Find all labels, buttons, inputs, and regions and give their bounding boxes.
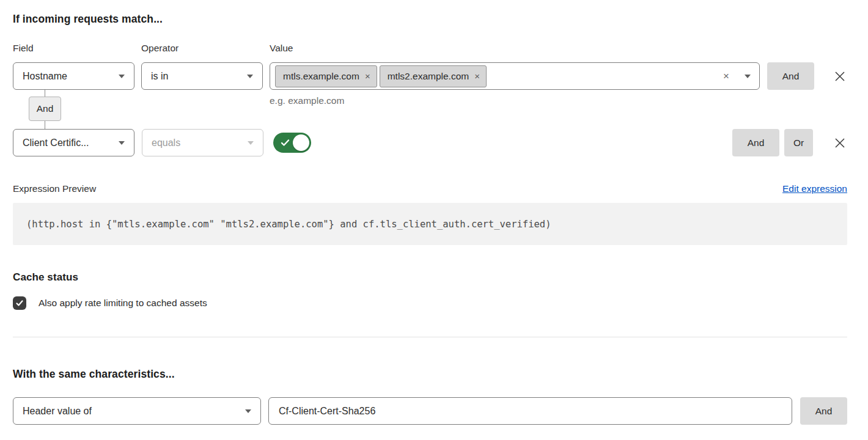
connector-line-top	[45, 90, 45, 97]
chevron-down-icon	[247, 75, 253, 78]
toggle-knob	[293, 134, 309, 151]
value-column: mtls.example.com × mtls2.example.com × ×…	[270, 62, 760, 106]
cached-assets-checkbox-checked[interactable]	[13, 296, 26, 310]
rule-builder-page: If incoming requests match... Field Oper…	[0, 0, 868, 425]
characteristic-select[interactable]: Header value of	[13, 397, 261, 425]
cache-status-title: Cache status	[13, 271, 847, 284]
operator-column-label: Operator	[141, 43, 263, 54]
operator-select-row2-value: equals	[152, 138, 180, 148]
check-icon	[15, 299, 24, 307]
cert-verified-toggle-on[interactable]	[273, 133, 311, 153]
value-tag: mtls2.example.com ×	[380, 65, 487, 87]
characteristic-select-value: Header value of	[23, 406, 92, 417]
chevron-down-icon	[245, 409, 251, 413]
match-section-title: If incoming requests match...	[13, 13, 847, 26]
remove-condition-row1[interactable]	[833, 62, 847, 90]
expression-preview-header: Expression Preview Edit expression	[13, 183, 847, 194]
characteristics-row: Header value of And	[13, 397, 847, 425]
operator-select-row1[interactable]: is in	[141, 62, 263, 90]
chevron-down-icon	[119, 75, 125, 78]
value-helper-text: e.g. example.com	[270, 96, 760, 106]
tag-remove-icon[interactable]: ×	[474, 72, 480, 81]
connector-and-toggle[interactable]: And	[29, 97, 61, 121]
clear-values-icon[interactable]: ×	[723, 71, 729, 81]
header-name-input[interactable]	[268, 397, 792, 425]
edit-expression-link[interactable]: Edit expression	[782, 183, 847, 194]
value-multiselect-input[interactable]: mtls.example.com × mtls2.example.com × ×	[270, 62, 760, 90]
expression-preview-label: Expression Preview	[13, 183, 96, 194]
operator-select-row2-disabled: equals	[142, 129, 263, 156]
chevron-down-icon	[119, 141, 125, 145]
remove-condition-row2[interactable]	[833, 129, 847, 156]
field-column-label: Field	[13, 43, 134, 54]
value-tag-text: mtls.example.com	[283, 71, 359, 82]
field-select-row1-value: Hostname	[23, 71, 67, 82]
field-select-row2[interactable]: Client Certific...	[13, 129, 134, 156]
value-column-label: Value	[270, 43, 293, 54]
section-divider	[13, 337, 847, 337]
tag-remove-icon[interactable]: ×	[365, 72, 370, 81]
field-select-row1[interactable]: Hostname	[13, 62, 134, 90]
column-labels: Field Operator Value	[13, 43, 847, 54]
expression-code-block: (http.host in {"mtls.example.com" "mtls2…	[13, 203, 847, 245]
cached-assets-checkbox-label: Also apply rate limiting to cached asset…	[39, 298, 207, 309]
expression-code: (http.host in {"mtls.example.com" "mtls2…	[26, 219, 551, 230]
add-and-condition-button-row2[interactable]: And	[732, 129, 779, 156]
value-tag-text: mtls2.example.com	[388, 71, 469, 82]
condition-connector: And	[29, 90, 61, 129]
operator-select-row1-value: is in	[151, 71, 168, 82]
close-icon	[833, 69, 847, 84]
chevron-down-icon	[248, 141, 254, 145]
match-row-1: Hostname is in mtls.example.com × mtls2.…	[13, 62, 847, 106]
add-characteristic-button[interactable]: And	[800, 397, 847, 425]
close-icon	[833, 136, 847, 150]
chevron-down-icon[interactable]	[745, 75, 751, 78]
field-select-row2-value: Client Certific...	[23, 138, 89, 148]
add-or-condition-button-row2[interactable]: Or	[784, 129, 813, 156]
check-icon	[281, 138, 290, 147]
characteristics-title: With the same characteristics...	[13, 368, 847, 381]
cache-checkbox-row: Also apply rate limiting to cached asset…	[13, 296, 847, 310]
value-tag: mtls.example.com ×	[275, 65, 377, 87]
add-and-condition-button-row1[interactable]: And	[767, 62, 814, 90]
connector-line-bottom	[45, 121, 45, 129]
match-row-2: Client Certific... equals And Or	[13, 129, 847, 156]
